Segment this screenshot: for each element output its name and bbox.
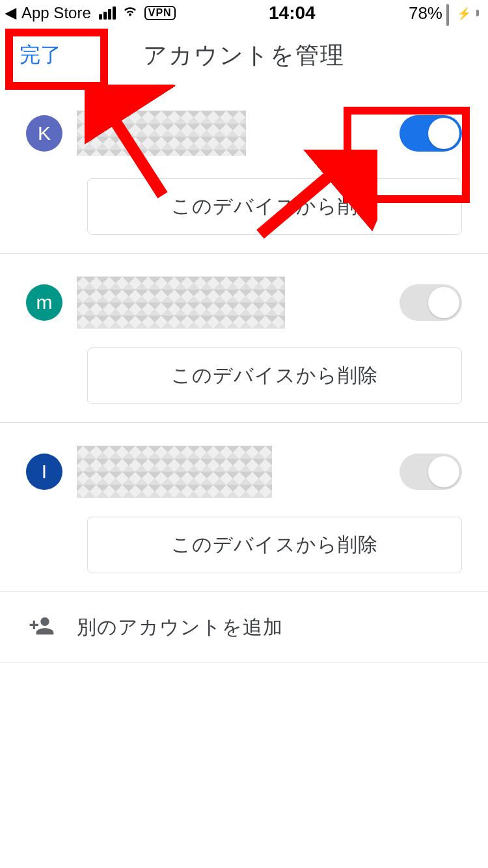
status-left: ◀ App Store VPN — [5, 2, 176, 25]
remove-device-button-2[interactable]: このデバイスから削除 — [87, 517, 462, 573]
remove-device-button-1[interactable]: このデバイスから削除 — [87, 347, 462, 404]
battery-icon: ⚡ — [446, 5, 479, 21]
account-section-1: m このデバイスから削除 — [0, 254, 488, 423]
account-section-0: K このデバイスから削除 — [0, 85, 488, 254]
account-row-2: I — [0, 442, 488, 501]
account-toggle-1[interactable] — [400, 284, 462, 321]
vpn-badge: VPN — [144, 6, 176, 20]
back-caret-icon[interactable]: ◀ — [5, 5, 16, 21]
account-section-2: I このデバイスから削除 — [0, 423, 488, 592]
avatar-1[interactable]: m — [26, 284, 62, 321]
account-toggle-2[interactable] — [400, 454, 462, 490]
status-time: 14:04 — [269, 3, 316, 23]
account-info-0 — [77, 111, 385, 156]
nav-header: 完了 アカウントを管理 — [0, 26, 488, 85]
status-right: 78% ⚡ — [409, 3, 479, 23]
status-bar: ◀ App Store VPN 14:04 78% ⚡ — [0, 0, 488, 26]
back-app-label[interactable]: App Store — [21, 4, 91, 22]
account-name-redacted-1 — [77, 277, 285, 329]
cellular-signal-icon — [99, 7, 116, 20]
account-info-2 — [77, 446, 385, 498]
account-name-redacted-2 — [77, 446, 272, 498]
done-button[interactable]: 完了 — [20, 41, 61, 70]
account-row-0: K — [0, 104, 488, 163]
avatar-2[interactable]: I — [26, 454, 62, 490]
person-add-icon — [29, 613, 55, 642]
account-name-redacted-0 — [77, 111, 246, 156]
account-toggle-0[interactable] — [400, 115, 462, 152]
battery-percent: 78% — [409, 3, 442, 23]
remove-device-button-0[interactable]: このデバイスから削除 — [87, 178, 462, 235]
add-account-label: 別のアカウントを追加 — [77, 614, 283, 641]
wifi-icon — [121, 2, 139, 25]
add-account-row[interactable]: 別のアカウントを追加 — [0, 592, 488, 663]
account-row-1: m — [0, 273, 488, 332]
account-info-1 — [77, 277, 385, 329]
avatar-0[interactable]: K — [26, 115, 62, 152]
page-title: アカウントを管理 — [143, 40, 345, 72]
